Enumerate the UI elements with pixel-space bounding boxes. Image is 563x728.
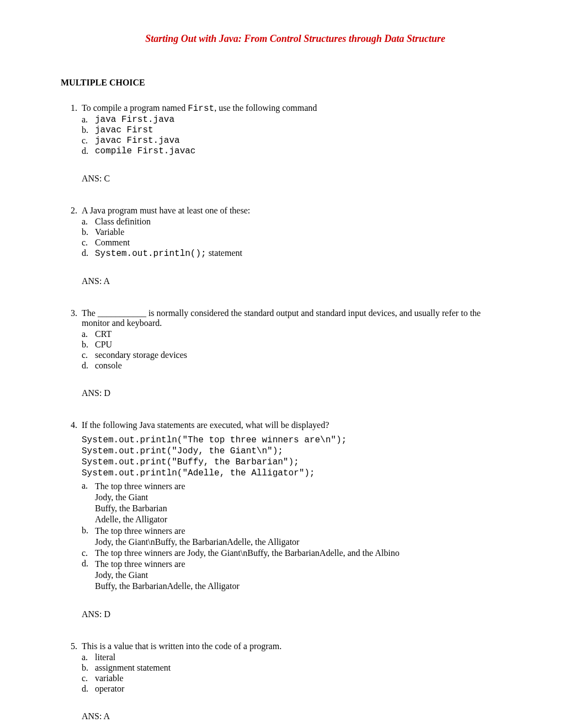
option-c: c. Comment — [82, 238, 502, 248]
option-b: b. The top three winners are Jody, the G… — [82, 526, 502, 548]
section-heading: MULTIPLE CHOICE — [61, 78, 502, 88]
option-line: The top three winners are — [95, 481, 502, 492]
question-4: 4. If the following Java statements are … — [61, 420, 502, 619]
option-a: a. java First.java — [82, 115, 502, 125]
option-text: The top three winners are Jody, the Gian… — [95, 548, 502, 558]
option-line: Adelle, the Alligator — [95, 514, 502, 525]
option-text: javac First.java — [95, 136, 502, 146]
option-a: a. CRT — [82, 329, 502, 339]
option-text: CPU — [95, 340, 502, 350]
option-label: c. — [82, 673, 95, 683]
option-label: d. — [82, 146, 95, 156]
option-text: assignment statement — [95, 663, 502, 673]
option-text: The top three winners are Jody, the Gian… — [95, 559, 502, 592]
option-text: Class definition — [95, 217, 502, 227]
answer: ANS: D — [82, 609, 502, 619]
option-d: d. compile First.javac — [82, 146, 502, 156]
option-a: a. Class definition — [82, 217, 502, 227]
option-label: c. — [82, 350, 95, 360]
code-block: System.out.println("The top three winner… — [82, 435, 502, 479]
answer: ANS: C — [82, 174, 502, 184]
option-a: a. The top three winners are Jody, the G… — [82, 481, 502, 525]
option-label: b. — [82, 340, 95, 350]
option-label: a. — [82, 217, 95, 227]
option-label: a. — [82, 652, 95, 662]
option-line: Buffy, the Barbarian — [95, 503, 502, 514]
option-label: a. — [82, 329, 95, 339]
option-label: b. — [82, 663, 95, 673]
option-label: c. — [82, 548, 95, 558]
answer: ANS: D — [82, 388, 502, 398]
option-label: d. — [82, 248, 95, 259]
option-line: Jody, the Giant — [95, 570, 502, 581]
stem-text-pre: To compile a program named — [82, 103, 188, 113]
option-text: Comment — [95, 238, 502, 248]
question-stem: If the following Java statements are exe… — [82, 420, 502, 430]
option-text: javac First — [95, 125, 502, 135]
option-label: d. — [82, 684, 95, 694]
option-text: System.out.println(); statement — [95, 248, 502, 259]
stem-text-post: , use the following command — [214, 103, 317, 113]
option-d: d. The top three winners are Jody, the G… — [82, 559, 502, 592]
option-b: b. assignment statement — [82, 663, 502, 673]
option-c: c. The top three winners are Jody, the G… — [82, 548, 502, 558]
option-d: d. operator — [82, 684, 502, 694]
option-label: b. — [82, 526, 95, 548]
question-1: 1. To compile a program named First, use… — [61, 103, 502, 184]
option-text: secondary storage devices — [95, 350, 502, 360]
page-header-title: Starting Out with Java: From Control Str… — [88, 33, 502, 45]
question-number: 5. — [61, 641, 82, 721]
option-text: java First.java — [95, 115, 502, 125]
question-number: 4. — [61, 420, 82, 619]
option-label: d. — [82, 559, 95, 592]
option-label: a. — [82, 481, 95, 525]
option-line: Jody, the Giant\nBuffy, the BarbarianAde… — [95, 537, 502, 548]
option-line: The top three winners are — [95, 526, 502, 537]
option-text: console — [95, 361, 502, 371]
question-3: 3. The ___________ is normally considere… — [61, 308, 502, 398]
question-number: 1. — [61, 103, 82, 184]
option-text: The top three winners are Jody, the Gian… — [95, 526, 502, 548]
answer: ANS: A — [82, 276, 502, 286]
option-code: System.out.println(); — [95, 249, 206, 259]
question-stem: This is a value that is written into the… — [82, 641, 502, 651]
option-label: c. — [82, 238, 95, 248]
question-number: 2. — [61, 206, 82, 286]
option-line: Jody, the Giant — [95, 492, 502, 503]
question-stem: The ___________ is normally considered t… — [82, 308, 502, 328]
option-label: c. — [82, 136, 95, 146]
option-b: b. javac First — [82, 125, 502, 135]
option-text: CRT — [95, 329, 502, 339]
option-text: The top three winners are Jody, the Gian… — [95, 481, 502, 525]
question-number: 3. — [61, 308, 82, 398]
option-label: b. — [82, 227, 95, 237]
option-label: b. — [82, 125, 95, 135]
stem-code: First — [188, 104, 214, 114]
option-label: d. — [82, 361, 95, 371]
question-stem: To compile a program named First, use th… — [82, 103, 502, 114]
option-b: b. Variable — [82, 227, 502, 237]
option-d: d. console — [82, 361, 502, 371]
question-5: 5. This is a value that is written into … — [61, 641, 502, 721]
option-a: a. literal — [82, 652, 502, 662]
option-text-post: statement — [206, 248, 242, 258]
option-text: compile First.javac — [95, 146, 502, 156]
question-stem: A Java program must have at least one of… — [82, 206, 502, 216]
option-d: d. System.out.println(); statement — [82, 248, 502, 259]
option-text: variable — [95, 673, 502, 683]
option-text: Variable — [95, 227, 502, 237]
option-line: The top three winners are — [95, 559, 502, 570]
question-2: 2. A Java program must have at least one… — [61, 206, 502, 286]
answer: ANS: A — [82, 711, 502, 721]
option-c: c. variable — [82, 673, 502, 683]
option-b: b. CPU — [82, 340, 502, 350]
option-c: c. secondary storage devices — [82, 350, 502, 360]
option-label: a. — [82, 115, 95, 125]
option-c: c. javac First.java — [82, 136, 502, 146]
option-text: literal — [95, 652, 502, 662]
option-line: Buffy, the BarbarianAdelle, the Alligato… — [95, 581, 502, 592]
option-text: operator — [95, 684, 502, 694]
